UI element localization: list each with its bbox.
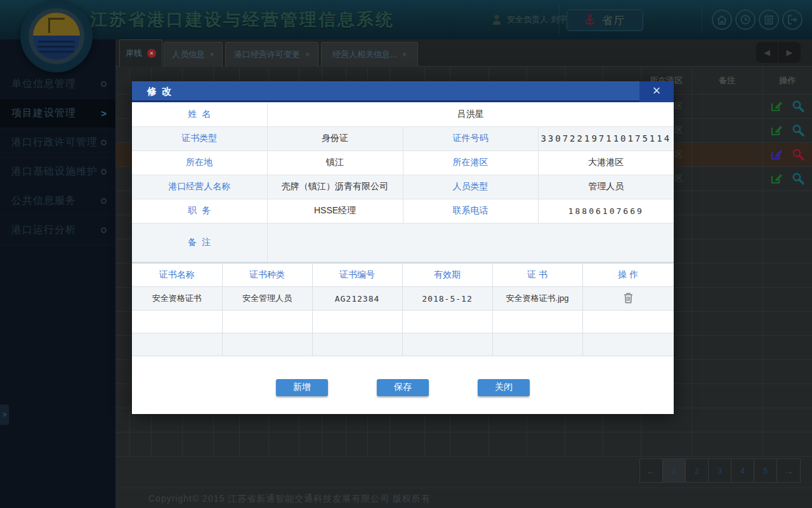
form-row-position: 职 务 HSSE经理 联系电话 18806107669 bbox=[132, 199, 674, 223]
cert-type-label: 证书类型 bbox=[132, 126, 267, 150]
cert-valid-header: 有效期 bbox=[402, 263, 492, 287]
id-number-value: 330722197110175114 bbox=[538, 126, 674, 150]
row-actions-cell bbox=[763, 142, 812, 166]
cert-number-header: 证书编号 bbox=[312, 263, 402, 287]
page-next-icon[interactable]: → bbox=[777, 459, 800, 482]
search-icon[interactable] bbox=[792, 148, 804, 161]
anchor-icon bbox=[584, 14, 596, 27]
header-divider bbox=[702, 5, 702, 34]
screen: 江苏省港口建设与经营管理信息系统 安全负责人·刘宇 省厅 bbox=[0, 0, 812, 508]
search-icon[interactable] bbox=[792, 124, 804, 137]
app-title: 江苏省港口建设与经营管理信息系统 bbox=[90, 8, 395, 31]
tab-personnel-info[interactable]: 人员信息 × bbox=[164, 42, 223, 67]
row-actions-cell bbox=[763, 166, 812, 190]
sidebar-expander-handle[interactable]: > bbox=[0, 404, 9, 425]
location-value: 镇江 bbox=[267, 150, 403, 175]
tab-scroll-arrows: ◀ ▶ bbox=[756, 42, 801, 63]
cert-file-cell: 安全资格证书.jpg bbox=[492, 287, 582, 311]
page-button-5[interactable]: 5 bbox=[754, 459, 777, 482]
form-row-location: 所在地 镇江 所在港区 大港港区 bbox=[132, 150, 674, 175]
header-quick-icons bbox=[712, 10, 802, 30]
sidebar-item-port-operation-analysis[interactable]: 港口运行分析 bbox=[0, 216, 115, 245]
circle-indicator-icon bbox=[101, 140, 107, 145]
circle-indicator-icon bbox=[101, 198, 107, 204]
sidebar-item-port-admin-license[interactable]: 港口行政许可管理 bbox=[0, 128, 115, 157]
tab-scroll-right-icon[interactable]: ▶ bbox=[778, 42, 801, 63]
tab-shoreline[interactable]: 岸线 × bbox=[119, 39, 162, 67]
phone-value: 18806107669 bbox=[538, 199, 674, 223]
add-button[interactable]: 新增 bbox=[276, 379, 328, 396]
cert-name-cell: 安全资格证书 bbox=[132, 287, 222, 311]
sidebar-item-project-construction[interactable]: 项目建设管理 > bbox=[0, 99, 115, 128]
page-button-2[interactable]: 2 bbox=[686, 459, 709, 482]
form-row-name: 姓 名 吕洪星 bbox=[132, 102, 674, 126]
cert-action-cell bbox=[582, 287, 674, 311]
dialog-close-icon[interactable]: × bbox=[639, 81, 674, 102]
form-row-cert: 证书类型 身份证 证件号码 330722197110175114 bbox=[132, 126, 674, 150]
edit-icon[interactable] bbox=[770, 100, 783, 112]
edit-icon[interactable] bbox=[770, 124, 783, 137]
person-form: 姓 名 吕洪星 证书类型 身份证 证件号码 330722197110175114… bbox=[132, 102, 674, 262]
sidebar-menu: 单位信息管理 项目建设管理 > 港口行政许可管理 港口基础设施维护 公共信息服务… bbox=[0, 70, 115, 245]
save-button[interactable]: 保存 bbox=[377, 379, 429, 396]
tab-license-change[interactable]: 港口经营许可变更 × bbox=[225, 42, 318, 67]
sidebar-item-public-info[interactable]: 公共信息服务 bbox=[0, 187, 115, 216]
dialog-button-row: 新增 保存 关闭 bbox=[132, 356, 674, 415]
home-icon[interactable] bbox=[712, 10, 732, 30]
certificate-header-row: 证书名称 证书种类 证书编号 有效期 证 书 操 作 bbox=[132, 263, 674, 287]
cert-kind-cell: 安全管理人员 bbox=[222, 287, 312, 311]
operator-name-value: 壳牌（镇江）沥青有限公司 bbox=[267, 175, 403, 199]
sidebar-item-port-infrastructure[interactable]: 港口基础设施维护 bbox=[0, 157, 115, 187]
search-icon[interactable] bbox=[792, 100, 804, 112]
cert-number-cell: AG212384 bbox=[312, 287, 402, 311]
user-name-label: 安全负责人·刘宇 bbox=[507, 14, 567, 25]
dept-button[interactable]: 省厅 bbox=[566, 10, 643, 31]
cert-type-value: 身份证 bbox=[267, 126, 403, 150]
dialog-title: 修 改 bbox=[147, 86, 173, 98]
sidebar-item-unit-info[interactable]: 单位信息管理 bbox=[0, 70, 115, 99]
edit-icon[interactable] bbox=[770, 148, 783, 161]
notepad-icon[interactable] bbox=[759, 10, 779, 30]
page-button-1[interactable]: 1 bbox=[663, 459, 686, 482]
dialog-titlebar: 修 改 × bbox=[132, 81, 674, 102]
tab-scroll-left-icon[interactable]: ◀ bbox=[756, 42, 778, 63]
page-button-4[interactable]: 4 bbox=[731, 459, 754, 482]
remark-label: 备 注 bbox=[132, 223, 267, 262]
tab-close-icon[interactable]: × bbox=[305, 50, 310, 59]
certificate-row: 安全资格证书 安全管理人员 AG212384 2018-5-12 安全资格证书.… bbox=[132, 287, 674, 311]
position-value: HSSE经理 bbox=[267, 199, 403, 223]
cert-valid-cell: 2018-5-12 bbox=[402, 287, 492, 311]
location-label: 所在地 bbox=[132, 150, 267, 175]
tab-operator-related-info[interactable]: 经营人相关信息... × bbox=[321, 42, 418, 67]
cert-file-header: 证 书 bbox=[492, 263, 582, 287]
name-value: 吕洪星 bbox=[267, 102, 674, 126]
logout-icon[interactable] bbox=[782, 10, 802, 30]
page-button-3[interactable]: 3 bbox=[709, 459, 731, 482]
cert-kind-header: 证书种类 bbox=[222, 263, 312, 287]
user-avatar-icon bbox=[492, 14, 502, 25]
remark-value bbox=[267, 223, 674, 262]
tab-close-icon[interactable]: × bbox=[210, 50, 214, 59]
circle-indicator-icon bbox=[101, 227, 107, 233]
search-icon[interactable] bbox=[792, 172, 804, 185]
close-button[interactable]: 关闭 bbox=[478, 379, 530, 396]
sidebar: 单位信息管理 项目建设管理 > 港口行政许可管理 港口基础设施维护 公共信息服务… bbox=[0, 39, 115, 508]
certificate-empty-row bbox=[132, 333, 674, 356]
app-logo bbox=[20, 0, 93, 72]
clock-icon[interactable] bbox=[735, 10, 756, 30]
circle-indicator-icon bbox=[101, 169, 107, 175]
chevron-right-icon: > bbox=[101, 108, 107, 119]
action-column-header: 操作 bbox=[763, 67, 812, 94]
edit-icon[interactable] bbox=[770, 172, 783, 185]
tab-close-badge-icon[interactable]: × bbox=[147, 49, 156, 58]
phone-label: 联系电话 bbox=[403, 199, 538, 223]
id-number-label: 证件号码 bbox=[403, 126, 538, 150]
certificate-table: 证书名称 证书种类 证书编号 有效期 证 书 操 作 安全资格证书 安全管理人员… bbox=[132, 262, 674, 357]
remark-column-header: 备注 bbox=[691, 67, 763, 94]
dept-button-label: 省厅 bbox=[602, 13, 626, 28]
tab-close-icon[interactable]: × bbox=[402, 50, 407, 59]
row-actions-cell bbox=[763, 94, 812, 118]
copyright-text: Copyright© 2015 江苏省新通智能交通科技发展有限公司 版权所有 bbox=[148, 493, 431, 505]
page-prev-icon[interactable]: ← bbox=[640, 459, 663, 482]
trash-icon[interactable] bbox=[624, 292, 633, 304]
